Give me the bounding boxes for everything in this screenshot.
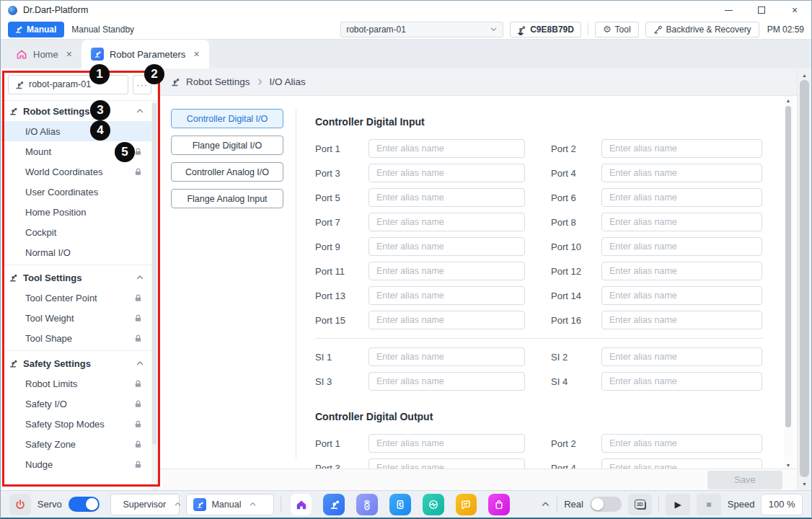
param-name-field[interactable] <box>8 75 128 94</box>
alias-input[interactable] <box>601 286 762 305</box>
tree-item[interactable]: Cockpit <box>1 222 151 242</box>
alias-input[interactable] <box>601 262 762 280</box>
more-options-button[interactable]: ··· <box>133 75 151 94</box>
robot-parameters-icon <box>91 48 104 61</box>
servo-toggle[interactable] <box>69 497 100 512</box>
alias-input[interactable] <box>601 347 762 366</box>
tree-item[interactable]: Nudge <box>1 454 151 474</box>
breadcrumb-section[interactable]: Robot Settings <box>186 76 250 87</box>
app-icon-store[interactable] <box>488 494 510 515</box>
role-dropdown[interactable]: Supervisor <box>110 494 180 515</box>
tree-item-label: Mount <box>25 146 51 157</box>
simulation-view-button[interactable]: 3D <box>628 494 653 515</box>
page-scrollbar[interactable]: ▲ ▼ <box>797 68 811 490</box>
device-serial-button[interactable]: C9E8B79D <box>510 22 581 37</box>
alias-input[interactable] <box>369 213 525 231</box>
manual-mode-button[interactable]: Manual <box>8 22 64 37</box>
tree-item[interactable]: Tool Shape <box>1 328 151 348</box>
app-icon-home[interactable] <box>291 494 312 515</box>
play-button[interactable]: ▶ <box>666 494 690 515</box>
alias-input[interactable] <box>369 347 525 366</box>
alias-input[interactable] <box>369 434 525 453</box>
app-icon-log-message[interactable] <box>456 494 477 515</box>
tab-robot-parameters[interactable]: Robot Parameters × <box>81 40 209 68</box>
tab-close-icon[interactable]: × <box>193 48 199 60</box>
alias-input[interactable] <box>601 164 762 182</box>
scroll-down-icon[interactable]: ▼ <box>798 479 811 489</box>
form-scrollbar[interactable]: ▲ ▼ <box>784 96 793 469</box>
scrollbar-thumb[interactable] <box>800 80 809 477</box>
scroll-up-icon[interactable]: ▲ <box>784 96 793 105</box>
io-category-button[interactable]: Flange Digital I/O <box>171 136 283 155</box>
tree-item[interactable]: Normal I/O <box>1 242 151 262</box>
save-row: Save <box>158 469 797 490</box>
alias-input[interactable] <box>369 262 525 280</box>
real-mode-label: Real <box>564 499 583 510</box>
stop-button[interactable]: ■ <box>697 494 721 515</box>
alias-input[interactable] <box>369 188 525 207</box>
app-icon-robot-parameters[interactable] <box>323 494 345 515</box>
app-icon-teach-pendant[interactable] <box>356 494 378 515</box>
tree-item[interactable]: User Coordinates <box>1 182 151 202</box>
alias-input[interactable] <box>369 372 525 391</box>
tree-item[interactable]: I/O Alias <box>1 121 151 141</box>
backdrive-recovery-button[interactable]: Backdrive & Recovery <box>645 22 759 37</box>
port-label: Port 11 <box>315 266 369 277</box>
power-icon <box>14 499 26 510</box>
sidebar-scrollbar[interactable] <box>151 102 157 490</box>
tab-home[interactable]: Home × <box>6 40 81 68</box>
app-icon-task-document[interactable] <box>389 494 411 515</box>
app-icon-status-monitor[interactable] <box>423 494 444 515</box>
pulse-monitor-icon <box>427 498 440 511</box>
alias-input[interactable] <box>369 139 525 158</box>
minimize-button[interactable] <box>712 1 745 19</box>
tree-item[interactable]: Home Position <box>1 202 151 222</box>
collapse-dock-chevron-icon[interactable] <box>541 500 550 509</box>
tree-item[interactable]: Robot Limits <box>1 373 151 394</box>
scrollbar-thumb[interactable] <box>785 106 791 427</box>
alias-input[interactable] <box>601 372 762 391</box>
scroll-up-icon[interactable]: ▲ <box>798 70 811 80</box>
param-name-input[interactable] <box>29 79 123 89</box>
tree-section-header[interactable]: Robot Settings <box>1 101 151 121</box>
alias-input[interactable] <box>601 188 762 207</box>
alias-input[interactable] <box>369 237 525 256</box>
tree-section-header[interactable]: Safety Settings <box>1 353 151 373</box>
alias-input[interactable] <box>601 139 762 158</box>
tab-close-icon[interactable]: × <box>66 48 72 60</box>
title-bar: Dr.Dart-Platform × <box>1 1 811 19</box>
tree-item[interactable]: Tool Center Point <box>1 288 151 308</box>
tree-item[interactable]: Safety I/O <box>1 394 151 414</box>
alias-input[interactable] <box>369 286 525 305</box>
robot-param-select[interactable]: robot-param-01 <box>340 22 503 37</box>
tree-item[interactable]: Safety Zone <box>1 434 151 454</box>
alias-input[interactable] <box>601 237 762 256</box>
save-button[interactable]: Save <box>707 471 782 489</box>
alias-input[interactable] <box>601 311 762 329</box>
port-label: Port 10 <box>551 241 601 252</box>
tree-item[interactable]: Safety Stop Modes <box>1 414 151 434</box>
tool-button[interactable]: ⚙ Tool <box>595 22 639 37</box>
io-category-button[interactable]: Flange Analog Input <box>171 189 283 208</box>
tree-item[interactable]: Tool Weight <box>1 308 151 328</box>
maximize-button[interactable] <box>745 1 778 19</box>
alias-input[interactable] <box>601 213 762 231</box>
close-button[interactable]: × <box>778 1 811 19</box>
tree-item[interactable]: Mount <box>1 141 151 161</box>
alias-input[interactable] <box>601 434 762 453</box>
alias-input[interactable] <box>369 164 525 182</box>
tree-item[interactable]: World Coordinates <box>1 161 151 182</box>
tree-item-label: Cockpit <box>25 227 56 238</box>
operation-mode-dropdown[interactable]: Manual <box>186 494 273 515</box>
servo-power-button[interactable] <box>9 494 31 515</box>
speed-value[interactable]: 100 % <box>761 494 803 515</box>
robot-arm-icon <box>14 79 25 90</box>
io-category-button[interactable]: Controller Digital I/O <box>171 109 283 128</box>
scrollbar-thumb[interactable] <box>152 103 156 445</box>
io-category-button[interactable]: Controller Analog I/O <box>171 162 283 182</box>
real-mode-toggle[interactable] <box>590 497 622 512</box>
tree-section-header[interactable]: Tool Settings <box>1 267 151 288</box>
content-panel: Robot Settings I/O Alias Controller Digi… <box>158 68 797 490</box>
alias-input[interactable] <box>369 311 525 329</box>
port-label: Port 7 <box>315 217 369 228</box>
